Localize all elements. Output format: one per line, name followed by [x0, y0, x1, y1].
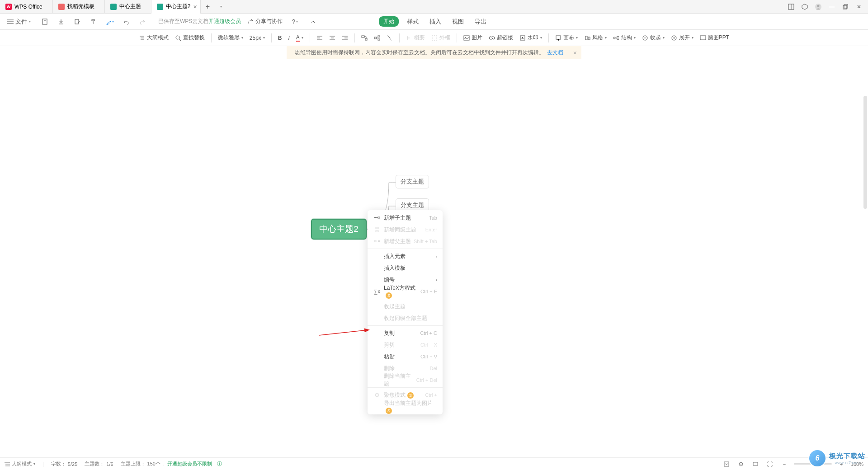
ctx-copy[interactable]: 复制Ctrl + C [368, 327, 443, 339]
watermark-button[interactable]: A水印▾ [518, 32, 544, 43]
info-icon[interactable]: ⓘ [217, 461, 222, 467]
svg-rect-12 [75, 19, 79, 24]
branch-node[interactable]: 分支主题 [396, 175, 429, 188]
svg-rect-64 [753, 462, 758, 465]
user-icon[interactable] [813, 1, 824, 12]
locate-button[interactable] [736, 459, 746, 469]
outline-mode-button[interactable]: 大纲模式 [137, 32, 170, 43]
font-size-selector[interactable]: 25px▾ [248, 33, 267, 43]
share-button[interactable]: 分享与协作 [247, 18, 283, 25]
svg-point-55 [377, 395, 377, 395]
frame-button[interactable]: 外框 [429, 32, 452, 43]
svg-point-39 [617, 36, 618, 37]
style-button[interactable]: 风格▾ [582, 32, 609, 43]
cube-icon[interactable] [799, 1, 810, 12]
menubar: 文件▾ ▾ 已保存至WPS云文档 开始 样式 插入 视图 导出 开通超级会员 分… [0, 14, 868, 30]
brush-button[interactable]: ▾ [104, 16, 116, 28]
svg-rect-31 [378, 39, 380, 40]
find-replace-button[interactable]: 查找替换 [173, 32, 207, 43]
fit-screen-button[interactable] [722, 459, 731, 469]
ctx-insert-template[interactable]: 插入模板 [368, 262, 443, 274]
font-selector[interactable]: 微软雅黑▾ [216, 32, 245, 43]
hyperlink-button[interactable]: 超链接 [487, 32, 515, 43]
image-button[interactable]: 图片 [462, 32, 484, 43]
ribbon-tab-view[interactable]: 视图 [449, 16, 467, 28]
svg-point-4 [817, 5, 820, 7]
ctx-export-image: 导出当前主题为图片S [368, 401, 443, 413]
sb-upgrade-link[interactable]: 开通超级会员不限制 [167, 461, 212, 467]
relation-button[interactable] [385, 33, 395, 43]
redo-button[interactable] [137, 16, 148, 28]
notice-link[interactable]: 去文档 [547, 49, 563, 56]
child-node-icon [373, 216, 381, 220]
italic-button[interactable]: I [287, 33, 292, 43]
vertical-scrollbar[interactable] [863, 96, 867, 209]
download-button[interactable] [55, 16, 67, 28]
expand-button[interactable]: 展开▾ [669, 32, 695, 43]
ctx-new-child[interactable]: 新增子主题Tab [368, 212, 443, 224]
align-center-button[interactable] [327, 33, 337, 42]
ctx-delete-current: 删除当前主题Ctrl + Del [368, 374, 443, 386]
vip-badge-icon: S [386, 408, 392, 414]
premium-link[interactable]: 开通超级会员 [208, 18, 241, 25]
ctx-latex[interactable]: ∑xLaTeX方程式SCtrl + E [368, 286, 443, 297]
undo-button[interactable] [120, 16, 132, 28]
ctx-paste[interactable]: 粘贴Ctrl + V [368, 351, 443, 362]
bold-button[interactable]: B [276, 33, 284, 43]
minimize-button[interactable]: — [826, 1, 837, 12]
tab-central-topic[interactable]: 中心主题 [105, 0, 151, 14]
export-button[interactable] [71, 16, 83, 28]
add-tab-button[interactable]: + [201, 3, 214, 11]
file-menu-button[interactable]: 文件▾ [4, 16, 34, 27]
fold-button[interactable]: 收起▾ [640, 32, 666, 43]
maximize-button[interactable] [840, 1, 851, 12]
tab-wps-office[interactable]: WWPS Office [0, 0, 53, 14]
canvas-button[interactable]: 画布▾ [553, 32, 580, 43]
new-sibling-button[interactable] [359, 33, 369, 43]
new-doc-button[interactable] [39, 16, 51, 28]
canvas[interactable]: 思维导图使用时需保持联网，内容会实时保存至云文档。关闭后可在云文档中找到文件并打… [0, 46, 868, 457]
context-menu: 新增子主题Tab 新增同级主题Enter 新增父主题Shift + Tab 插入… [368, 210, 443, 414]
tab-central-topic-2[interactable]: 中心主题2× [151, 0, 201, 14]
close-icon[interactable]: × [573, 49, 577, 56]
format-painter-button[interactable] [88, 16, 99, 28]
ribbon-tab-export[interactable]: 导出 [472, 16, 489, 28]
font-color-button[interactable]: A▾ [294, 33, 305, 43]
align-right-button[interactable] [340, 33, 350, 42]
ribbon-tab-start[interactable]: 开始 [379, 16, 399, 27]
collapse-ribbon-button[interactable] [307, 16, 319, 28]
ctx-new-parent: 新增父主题Shift + Tab [368, 235, 443, 247]
align-left-button[interactable] [315, 33, 325, 42]
fullscreen-button[interactable] [765, 459, 775, 469]
present-button[interactable] [750, 459, 760, 469]
zoom-out-button[interactable]: − [779, 459, 789, 469]
central-topic-node[interactable]: 中心主题2 [311, 219, 367, 240]
tab-template[interactable]: 找稻壳模板 [53, 0, 105, 14]
help-button[interactable]: ?▾ [289, 16, 301, 28]
svg-rect-6 [844, 5, 848, 8]
chevron-right-icon: › [436, 277, 437, 282]
statusbar: 大纲模式▾ | 字数：5/25 主题数：1/6 主题上限：150个，开通超级会员… [0, 457, 868, 470]
share-icon [247, 19, 254, 25]
ribbon-tab-insert[interactable]: 插入 [427, 16, 444, 28]
svg-rect-52 [378, 240, 380, 242]
tab-label: WPS Office [14, 4, 42, 10]
tab-options-button[interactable]: ▾ [214, 5, 228, 9]
mindmap-icon [110, 4, 117, 10]
new-child-button[interactable] [372, 33, 382, 43]
mindmap-ppt-button[interactable]: 脑图PPT [698, 32, 731, 43]
svg-text:A: A [521, 36, 524, 40]
close-icon[interactable]: × [191, 3, 198, 10]
structure-button[interactable]: 结构▾ [611, 32, 637, 43]
ribbon-tabs: 开始 样式 插入 视图 导出 [379, 16, 489, 28]
notice-text: 思维导图使用时需保持联网，内容会实时保存至云文档。关闭后可在云文档中找到文件并打… [295, 49, 544, 56]
ctx-insert-element[interactable]: 插入元素› [368, 250, 443, 262]
close-button[interactable]: ✕ [854, 1, 864, 12]
ribbon-tab-format[interactable]: 样式 [404, 16, 421, 28]
target-icon [373, 392, 381, 398]
panel-icon[interactable] [786, 1, 797, 12]
summary-button[interactable]: 概要 [404, 32, 427, 43]
hamburger-icon [7, 19, 14, 24]
tab-label: 中心主题 [119, 3, 141, 10]
sb-outline-button[interactable]: 大纲模式▾ [5, 461, 35, 467]
